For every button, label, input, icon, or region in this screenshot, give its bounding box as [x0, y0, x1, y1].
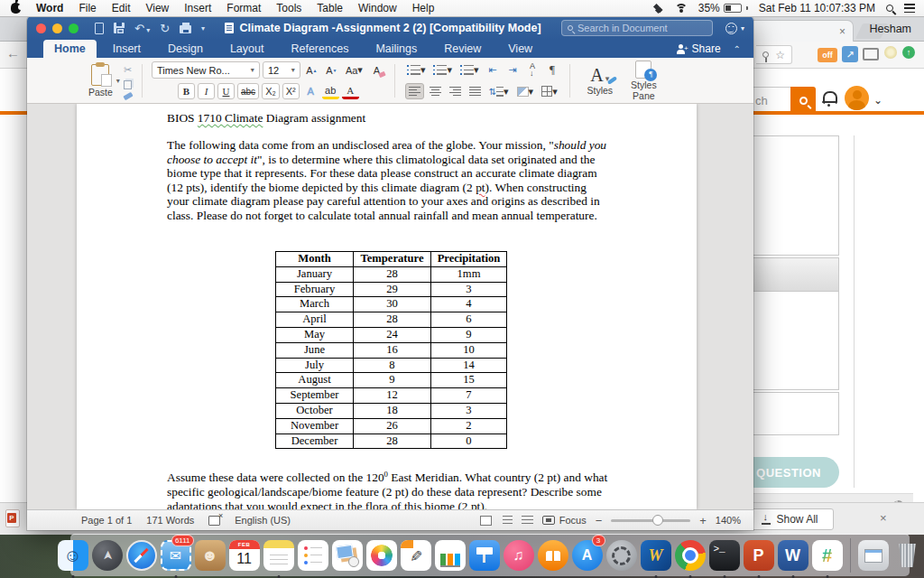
copy-icon[interactable] [124, 80, 132, 89]
cast-icon[interactable] [863, 48, 879, 61]
table-cell-temperature[interactable]: 26 [354, 418, 431, 434]
table-cell-temperature[interactable]: 9 [354, 373, 431, 388]
table-cell-precipitation[interactable]: 6 [431, 312, 507, 328]
justify-button[interactable] [467, 83, 484, 99]
zoom-in-button[interactable]: + [699, 514, 707, 527]
table-cell-temperature[interactable]: 28 [354, 312, 431, 328]
ribbon-tab[interactable]: Review [433, 40, 492, 58]
table-cell-temperature[interactable]: 12 [354, 388, 431, 404]
dock-icon-word[interactable] [777, 536, 809, 574]
bullets-button[interactable]: ▾ [404, 61, 429, 78]
dock-icon-finder[interactable] [57, 536, 89, 574]
dock-icon-reminders[interactable] [297, 536, 329, 574]
table-header-cell[interactable]: Temperature [354, 252, 431, 267]
menu-item[interactable]: Window [358, 2, 397, 14]
bold-button[interactable]: B [178, 83, 195, 99]
draft-view-icon[interactable] [522, 516, 533, 526]
dock-icon-photos[interactable] [365, 536, 398, 574]
table-cell-precipitation[interactable]: 1mm [431, 266, 507, 282]
menu-item[interactable]: Edit [112, 2, 131, 14]
ribbon-tab[interactable]: Home [43, 40, 97, 58]
numbering-button[interactable]: ▾ [430, 61, 455, 78]
shading-button[interactable]: ▾ [514, 83, 537, 99]
wifi-icon[interactable] [675, 4, 688, 14]
table-cell-precipitation[interactable]: 3 [431, 403, 507, 418]
underline-button[interactable]: U [217, 83, 235, 99]
apple-menu-icon[interactable] [11, 3, 21, 14]
align-left-button[interactable] [405, 83, 424, 99]
table-cell-temperature[interactable]: 18 [354, 403, 431, 418]
dock-icon-notes[interactable] [263, 536, 295, 574]
app-menu-word[interactable]: Word [36, 2, 63, 14]
table-cell-precipitation[interactable]: 9 [431, 327, 507, 342]
spotlight-icon[interactable] [886, 5, 893, 12]
dock-icon-numbers[interactable] [434, 536, 467, 574]
print-icon[interactable] [180, 25, 191, 33]
menu-item[interactable]: View [145, 2, 169, 14]
dock-icon-slack[interactable] [811, 536, 844, 574]
save-icon[interactable] [114, 23, 125, 33]
menu-item[interactable]: File [79, 2, 96, 14]
table-cell-month[interactable]: May [276, 327, 354, 342]
zoom-slider[interactable] [611, 519, 690, 522]
dock-icon-launchpad[interactable] [91, 536, 124, 574]
zoom-percent[interactable]: 140% [716, 515, 741, 526]
strikethrough-button[interactable]: abc [237, 83, 259, 99]
table-cell-temperature[interactable]: 28 [354, 434, 431, 449]
shrink-font-button[interactable]: A [323, 62, 340, 79]
focus-button[interactable]: Focus [542, 515, 587, 526]
chegg-search-button[interactable] [790, 87, 816, 114]
table-cell-month[interactable]: July [276, 358, 354, 373]
text-effects-button[interactable]: A [302, 83, 319, 99]
tab-close-icon[interactable]: × [839, 25, 845, 38]
table-cell-precipitation[interactable]: 0 [431, 434, 507, 449]
table-cell-month[interactable]: March [276, 297, 354, 312]
table-cell-month[interactable]: August [276, 373, 354, 388]
paste-caret-icon[interactable]: ▾ [116, 77, 120, 85]
menu-item[interactable]: Insert [184, 2, 211, 14]
dropbox-icon[interactable] [654, 4, 664, 14]
dock-icon-mail[interactable]: 6111 [160, 536, 192, 574]
show-all-downloads-button[interactable]: Show All [747, 508, 834, 530]
font-color-button[interactable]: A [342, 83, 359, 99]
chrome-profile-name[interactable]: Hesham [869, 23, 911, 35]
table-cell-precipitation[interactable]: 10 [431, 342, 507, 358]
outline-view-icon[interactable] [503, 516, 513, 526]
grow-font-button[interactable]: A [303, 62, 320, 79]
table-cell-precipitation[interactable]: 15 [431, 373, 507, 388]
table-header-cell[interactable]: Month [276, 252, 354, 267]
dock-icon-appstore[interactable]: 3 [571, 536, 604, 574]
back-icon[interactable]: ← [6, 45, 20, 61]
word-count[interactable]: 171 Words [146, 515, 194, 526]
decrease-indent-button[interactable]: ⇤ [484, 61, 501, 78]
dock-icon-downloads[interactable] [857, 536, 890, 574]
table-cell-temperature[interactable]: 16 [354, 342, 431, 358]
extension-green-icon[interactable] [902, 46, 915, 59]
notification-center-icon[interactable] [904, 4, 915, 13]
table-cell-month[interactable]: January [276, 266, 354, 282]
table-cell-precipitation[interactable]: 3 [431, 282, 507, 297]
chevron-down-icon[interactable]: ⌄ [873, 94, 882, 107]
print-layout-view-icon[interactable] [480, 516, 492, 526]
document-paragraph-1[interactable]: The following data come from an undisclo… [167, 138, 611, 223]
clear-formatting-button[interactable]: A [368, 62, 385, 79]
ribbon-tab[interactable]: View [497, 40, 543, 58]
table-cell-precipitation[interactable]: 7 [431, 388, 507, 404]
table-cell-temperature[interactable]: 28 [354, 266, 431, 282]
table-cell-temperature[interactable]: 30 [354, 297, 431, 312]
collapse-ribbon-icon[interactable]: ⌃ [734, 44, 741, 54]
paste-button[interactable]: Paste [88, 64, 113, 98]
zoom-slider-knob[interactable] [652, 515, 663, 526]
table-cell-precipitation[interactable]: 2 [431, 418, 507, 434]
dock-icon-contacts[interactable] [194, 536, 226, 574]
dock-icon-terminal[interactable] [708, 536, 741, 574]
search-in-document-input[interactable]: Search in Document [561, 20, 713, 36]
align-right-button[interactable] [447, 83, 464, 99]
table-cell-precipitation[interactable]: 14 [431, 358, 507, 373]
dock-icon-safari[interactable] [125, 536, 158, 574]
table-cell-month[interactable]: October [276, 403, 354, 418]
zoom-out-button[interactable]: − [596, 514, 603, 527]
table-cell-temperature[interactable]: 24 [354, 327, 431, 342]
ribbon-tab[interactable]: Design [157, 40, 214, 58]
dock-icon-keynote[interactable] [468, 536, 501, 574]
